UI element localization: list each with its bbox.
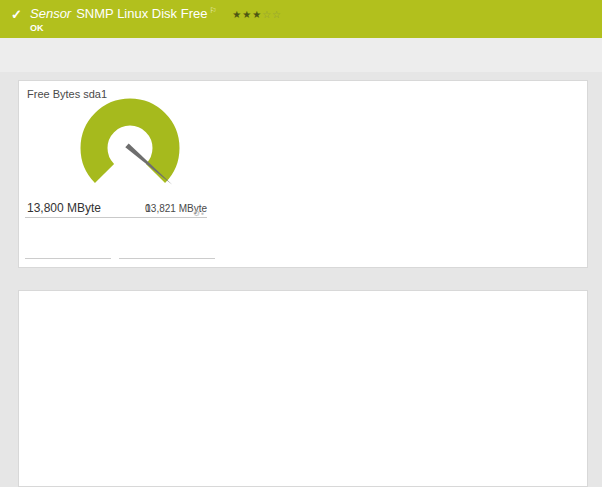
status-check-icon: ✓ [11,7,22,22]
total-gauge-tile[interactable] [119,222,215,259]
free-space-gauge-tile[interactable] [25,222,111,259]
status-badge: OK [30,23,44,33]
gauge-gear-icon[interactable]: ⚙ [193,209,201,218]
sensor-header: ✓ SensorSNMP Linux Disk Free⚐ ★★★☆☆ OK [0,0,602,38]
sensor-kind-label: Sensor [30,6,71,21]
main-gauge [56,94,204,210]
main-gauge-value: 13,800 MByte [27,201,101,215]
gauge-chart [56,94,204,206]
sensor-title-line: SensorSNMP Linux Disk Free⚐ ★★★☆☆ [30,6,282,21]
flag-icon[interactable]: ⚐ [209,6,216,15]
page-title: SNMP Linux Disk Free [76,6,207,21]
priority-stars-empty[interactable]: ☆☆ [262,9,282,20]
tab-bar [0,38,602,72]
channels-table-panel [18,290,588,487]
priority-stars-filled[interactable]: ★★★ [232,9,262,20]
gauge-mini-icons[interactable]: ⚙▪ [193,209,205,218]
gauge-pin-icon[interactable]: ▪ [201,209,205,218]
gauges-panel: Free Bytes sda1 13,800 MByte 0 13,821 MB… [18,80,588,268]
main-gauge-tile[interactable]: Free Bytes sda1 13,800 MByte 0 13,821 MB… [25,86,207,218]
